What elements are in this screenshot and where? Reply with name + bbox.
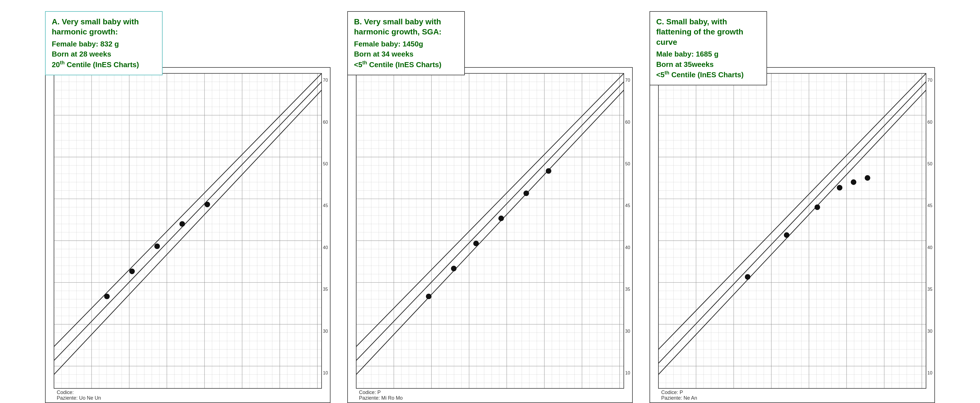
svg-text:35: 35 bbox=[625, 287, 630, 291]
svg-line-220 bbox=[356, 73, 624, 346]
panel-title-a: A. Very small baby with harmonic growth: bbox=[52, 17, 156, 37]
svg-text:70: 70 bbox=[323, 78, 328, 83]
svg-point-221 bbox=[426, 293, 431, 299]
svg-text:Codice:: Codice: bbox=[57, 390, 74, 395]
svg-point-349 bbox=[745, 274, 751, 280]
svg-text:50: 50 bbox=[928, 161, 932, 166]
svg-point-226 bbox=[546, 168, 551, 174]
svg-text:45: 45 bbox=[928, 203, 932, 208]
panel-detail-a-0: Female baby: 832 g bbox=[52, 39, 156, 49]
svg-line-93 bbox=[54, 73, 321, 346]
svg-text:45: 45 bbox=[323, 203, 328, 208]
svg-text:30: 30 bbox=[625, 329, 630, 334]
svg-text:50: 50 bbox=[323, 161, 328, 166]
svg-text:40: 40 bbox=[625, 245, 630, 250]
svg-point-96 bbox=[154, 244, 160, 249]
svg-point-354 bbox=[865, 175, 870, 181]
svg-point-353 bbox=[851, 179, 856, 185]
svg-point-94 bbox=[104, 293, 110, 299]
info-box-c: C. Small baby, with flattening of the gr… bbox=[649, 11, 767, 85]
chart-area-c: 7060504540353010Codice: PPaziente: Ne An… bbox=[649, 67, 935, 403]
svg-point-97 bbox=[180, 221, 185, 227]
svg-text:30: 30 bbox=[323, 329, 328, 334]
svg-text:Codice: P: Codice: P bbox=[359, 390, 381, 395]
svg-line-348 bbox=[659, 73, 926, 349]
svg-rect-90 bbox=[54, 73, 321, 389]
panel-detail-a-2: 20th Centile (InES Charts) bbox=[52, 59, 156, 70]
svg-text:10: 10 bbox=[625, 371, 630, 375]
panel-title-b: B. Very small baby with harmonic growth,… bbox=[354, 17, 458, 37]
svg-rect-345 bbox=[659, 73, 926, 389]
panel-detail-a-1: Born at 28 weeks bbox=[52, 49, 156, 59]
svg-text:10: 10 bbox=[323, 371, 328, 375]
svg-text:45: 45 bbox=[625, 203, 630, 208]
svg-point-222 bbox=[451, 266, 457, 271]
svg-text:30: 30 bbox=[928, 329, 932, 334]
svg-point-95 bbox=[129, 269, 135, 274]
panel-detail-b-0: Female baby: 1450g bbox=[354, 39, 458, 49]
svg-text:Paziente: Mi  Ro  Mo: Paziente: Mi Ro Mo bbox=[359, 395, 402, 401]
svg-text:Codice: P: Codice: P bbox=[661, 390, 683, 395]
svg-text:35: 35 bbox=[928, 287, 932, 291]
svg-point-350 bbox=[784, 232, 789, 238]
svg-text:Paziente: Ne  An: Paziente: Ne An bbox=[661, 395, 697, 401]
panel-title-c: C. Small baby, with flattening of the gr… bbox=[656, 17, 760, 47]
svg-point-351 bbox=[815, 204, 820, 210]
svg-line-347 bbox=[659, 82, 926, 363]
svg-text:40: 40 bbox=[323, 245, 328, 250]
svg-text:50: 50 bbox=[625, 161, 630, 166]
panel-detail-c-1: Born at 35weeks bbox=[656, 59, 760, 69]
info-box-a: A. Very small baby with harmonic growth:… bbox=[45, 11, 162, 75]
info-box-b: B. Very small baby with harmonic growth,… bbox=[347, 11, 465, 75]
svg-point-223 bbox=[473, 241, 479, 246]
svg-point-224 bbox=[498, 215, 504, 221]
chart-panel-b: B. Very small baby with harmonic growth,… bbox=[347, 11, 633, 403]
svg-rect-217 bbox=[356, 73, 624, 389]
svg-text:40: 40 bbox=[928, 245, 932, 250]
svg-text:10: 10 bbox=[928, 371, 932, 375]
svg-text:60: 60 bbox=[928, 120, 932, 124]
svg-text:35: 35 bbox=[323, 287, 328, 291]
panel-detail-b-2: <5th Centile (InES Charts) bbox=[354, 59, 458, 70]
svg-point-98 bbox=[205, 202, 210, 207]
chart-panel-c: C. Small baby, with flattening of the gr… bbox=[649, 11, 935, 403]
svg-text:60: 60 bbox=[323, 120, 328, 124]
chart-panel-a: A. Very small baby with harmonic growth:… bbox=[45, 11, 331, 403]
page-container: A. Very small baby with harmonic growth:… bbox=[11, 11, 969, 403]
svg-text:70: 70 bbox=[625, 78, 630, 83]
svg-point-352 bbox=[837, 185, 842, 191]
panel-detail-c-0: Male baby: 1685 g bbox=[656, 49, 760, 59]
svg-text:Paziente: Uo  Ne  Un: Paziente: Uo Ne Un bbox=[57, 395, 101, 401]
chart-area-a: 7060504540353010Codice:Paziente: Uo Ne U… bbox=[45, 67, 331, 403]
svg-text:60: 60 bbox=[625, 120, 630, 124]
panel-detail-c-2: <5th Centile (InES Charts) bbox=[656, 69, 760, 80]
chart-area-b: 7060504540353010Codice: PPaziente: Mi Ro… bbox=[347, 67, 633, 403]
panel-detail-b-1: Born at 34 weeks bbox=[354, 49, 458, 59]
svg-point-225 bbox=[523, 191, 529, 196]
svg-text:70: 70 bbox=[928, 78, 932, 83]
